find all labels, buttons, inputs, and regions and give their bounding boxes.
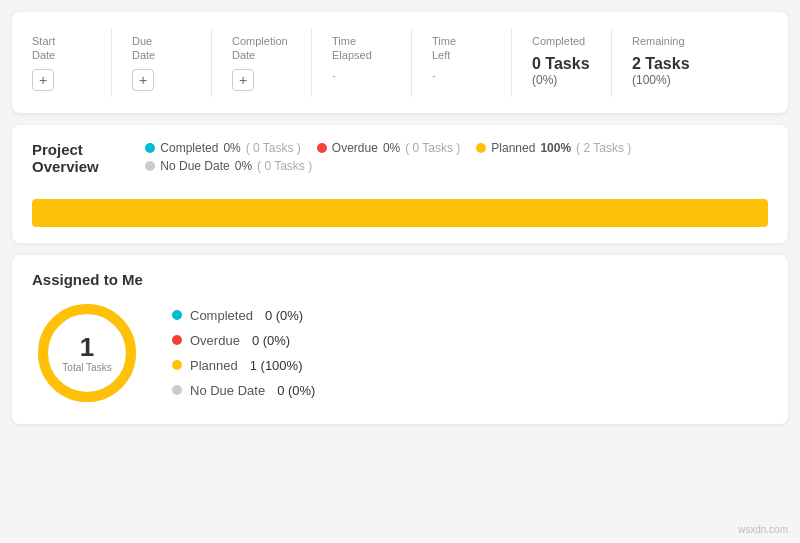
donut-chart: 1 Total Tasks — [32, 298, 142, 408]
start-date-add-button[interactable]: + — [32, 69, 54, 91]
time-left-label: TimeLeft — [432, 34, 456, 63]
legend-overdue-count: ( 0 Tasks ) — [405, 141, 460, 155]
legend-overdue-percent: 0% — [383, 141, 400, 155]
remaining-tasks-main: 2 Tasks — [632, 54, 690, 73]
stat-remaining-tasks: Remaining 2 Tasks (100%) — [632, 28, 712, 97]
completed-tasks-label: Completed — [532, 34, 585, 48]
stat-start-date: StartDate + — [32, 28, 112, 97]
legend-overdue-label: Overdue — [332, 141, 378, 155]
assigned-planned-value: 1 (100%) — [250, 358, 303, 373]
due-date-add-button[interactable]: + — [132, 69, 154, 91]
legend-completed-count: ( 0 Tasks ) — [246, 141, 301, 155]
assigned-legend-planned: Planned 1 (100%) — [172, 358, 315, 373]
legend-row-2: No Due Date 0% ( 0 Tasks ) — [145, 159, 312, 173]
legend-overdue: Overdue 0% ( 0 Tasks ) — [317, 141, 461, 155]
project-overview-title: Project Overview — [32, 141, 145, 175]
donut-total-label: Total Tasks — [62, 361, 111, 372]
progress-bar-fill — [32, 199, 768, 227]
assigned-legend-completed: Completed 0 (0%) — [172, 308, 315, 323]
assigned-legend-overdue: Overdue 0 (0%) — [172, 333, 315, 348]
stats-card: StartDate + DueDate + CompletionDate + T… — [12, 12, 788, 113]
assigned-nodate-dot-icon — [172, 385, 182, 395]
nodate-dot-icon — [145, 161, 155, 171]
stat-time-elapsed: TimeElapsed - — [332, 28, 412, 97]
assigned-overdue-label: Overdue — [190, 333, 240, 348]
progress-bar-container — [32, 199, 768, 227]
legend-row-1: Completed 0% ( 0 Tasks ) Overdue 0% ( 0 … — [145, 141, 631, 155]
assigned-overdue-dot-icon — [172, 335, 182, 345]
stat-due-date: DueDate + — [132, 28, 212, 97]
stat-completion-date: CompletionDate + — [232, 28, 312, 97]
overview-header: Project Overview Completed 0% ( 0 Tasks … — [32, 141, 768, 185]
assigned-legend-nodate: No Due Date 0 (0%) — [172, 383, 315, 398]
legend-nodate-count: ( 0 Tasks ) — [257, 159, 312, 173]
legend-planned: Planned 100% ( 2 Tasks ) — [476, 141, 631, 155]
project-overview-card: Project Overview Completed 0% ( 0 Tasks … — [12, 125, 788, 243]
legend-planned-label: Planned — [491, 141, 535, 155]
assigned-completed-value: 0 (0%) — [265, 308, 303, 323]
time-left-value: - — [432, 69, 436, 81]
assigned-completed-dot-icon — [172, 310, 182, 320]
due-date-label: DueDate — [132, 34, 155, 63]
legend-completed: Completed 0% ( 0 Tasks ) — [145, 141, 301, 155]
remaining-tasks-label: Remaining — [632, 34, 685, 48]
assigned-section: 1 Total Tasks Completed 0 (0%) Overdue 0… — [32, 298, 768, 408]
overview-legend: Completed 0% ( 0 Tasks ) Overdue 0% ( 0 … — [145, 141, 768, 173]
time-elapsed-label: TimeElapsed — [332, 34, 372, 63]
overdue-dot-icon — [317, 143, 327, 153]
assigned-completed-label: Completed — [190, 308, 253, 323]
assigned-to-me-title: Assigned to Me — [32, 271, 768, 288]
completion-date-label: CompletionDate — [232, 34, 288, 63]
donut-total-number: 1 — [62, 333, 111, 359]
assigned-overdue-value: 0 (0%) — [252, 333, 290, 348]
legend-nodate-label: No Due Date — [160, 159, 229, 173]
legend-completed-percent: 0% — [223, 141, 240, 155]
legend-planned-percent: 100% — [540, 141, 571, 155]
assigned-planned-label: Planned — [190, 358, 238, 373]
legend-nodate: No Due Date 0% ( 0 Tasks ) — [145, 159, 312, 173]
donut-center: 1 Total Tasks — [62, 333, 111, 372]
start-date-label: StartDate — [32, 34, 55, 63]
stat-completed-tasks: Completed 0 Tasks (0%) — [532, 28, 612, 97]
time-elapsed-value: - — [332, 69, 336, 81]
legend-nodate-percent: 0% — [235, 159, 252, 173]
planned-dot-icon — [476, 143, 486, 153]
assigned-nodate-value: 0 (0%) — [277, 383, 315, 398]
stats-bar: StartDate + DueDate + CompletionDate + T… — [32, 28, 768, 97]
remaining-tasks-sub: (100%) — [632, 73, 671, 87]
completed-tasks-main: 0 Tasks — [532, 54, 590, 73]
completion-date-add-button[interactable]: + — [232, 69, 254, 91]
completed-dot-icon — [145, 143, 155, 153]
assigned-to-me-card: Assigned to Me 1 Total Tasks Completed 0… — [12, 255, 788, 424]
legend-planned-count: ( 2 Tasks ) — [576, 141, 631, 155]
assigned-planned-dot-icon — [172, 360, 182, 370]
completed-tasks-sub: (0%) — [532, 73, 557, 87]
assigned-nodate-label: No Due Date — [190, 383, 265, 398]
legend-completed-label: Completed — [160, 141, 218, 155]
stat-time-left: TimeLeft - — [432, 28, 512, 97]
assigned-legend: Completed 0 (0%) Overdue 0 (0%) Planned … — [172, 308, 315, 398]
